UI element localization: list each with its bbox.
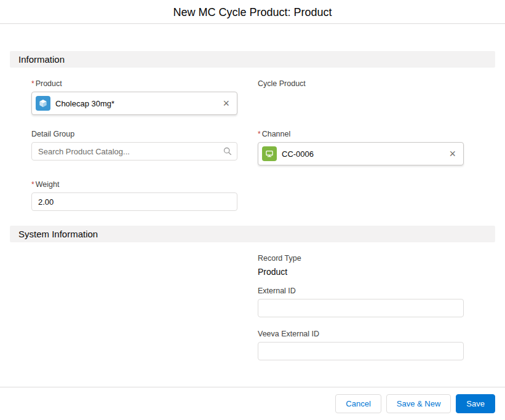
- field-detail-group: Detail Group: [31, 130, 237, 160]
- product-lookup-value: Cholecap 30mg*: [55, 99, 114, 108]
- detail-group-search-input[interactable]: [31, 142, 237, 160]
- system-fields: Record Type Product External ID Veeva Ex…: [10, 242, 495, 373]
- weight-label: *Weight: [31, 180, 237, 189]
- product-clear-button[interactable]: ×: [220, 97, 232, 110]
- weight-input[interactable]: [31, 192, 237, 211]
- modal-header: New MC Cycle Product: Product: [0, 0, 505, 24]
- required-star: *: [258, 130, 261, 138]
- modal-body: Information *Product Cholecap 30mg* ×: [0, 24, 505, 373]
- veeva-external-id-input[interactable]: [258, 342, 464, 360]
- modal-footer: Cancel Save & New Save: [0, 387, 505, 420]
- search-icon: [223, 147, 232, 156]
- field-veeva-external-id: Veeva External ID: [258, 330, 464, 360]
- field-channel: *Channel CC-0006 ×: [258, 130, 464, 165]
- external-id-label: External ID: [258, 287, 464, 296]
- detail-group-label: Detail Group: [31, 130, 237, 139]
- channel-lookup-value: CC-0006: [282, 149, 314, 159]
- save-and-new-button[interactable]: Save & New: [386, 394, 451, 413]
- channel-clear-button[interactable]: ×: [447, 147, 458, 160]
- save-button[interactable]: Save: [456, 394, 495, 413]
- channel-icon: [262, 146, 277, 161]
- product-label: *Product: [31, 79, 237, 89]
- field-record-type: Record Type Product: [258, 254, 464, 277]
- required-star: *: [31, 79, 34, 88]
- cancel-button[interactable]: Cancel: [335, 394, 381, 413]
- product-icon: [36, 96, 50, 111]
- field-external-id: External ID: [258, 287, 464, 317]
- channel-lookup-pill[interactable]: CC-0006 ×: [258, 142, 464, 165]
- record-type-label: Record Type: [258, 254, 464, 263]
- veeva-external-id-label: Veeva External ID: [258, 330, 464, 339]
- external-id-input[interactable]: [258, 299, 464, 317]
- information-fields: *Product Cholecap 30mg* × Cycle Product: [10, 68, 495, 226]
- record-type-value: Product: [258, 266, 464, 277]
- section-header-information: Information: [10, 51, 495, 68]
- field-weight: *Weight: [31, 180, 237, 211]
- channel-label: *Channel: [258, 130, 464, 139]
- cycle-product-label: Cycle Product: [258, 79, 464, 89]
- section-header-system: System Information: [10, 226, 495, 242]
- product-lookup-pill[interactable]: Cholecap 30mg* ×: [31, 92, 237, 115]
- new-record-modal: New MC Cycle Product: Product Informatio…: [0, 0, 505, 420]
- required-star: *: [31, 180, 34, 189]
- modal-title: New MC Cycle Product: Product: [10, 5, 495, 20]
- system-right-column: Record Type Product External ID Veeva Ex…: [258, 254, 464, 373]
- field-cycle-product: Cycle Product: [258, 79, 464, 92]
- field-product: *Product Cholecap 30mg* ×: [31, 79, 237, 115]
